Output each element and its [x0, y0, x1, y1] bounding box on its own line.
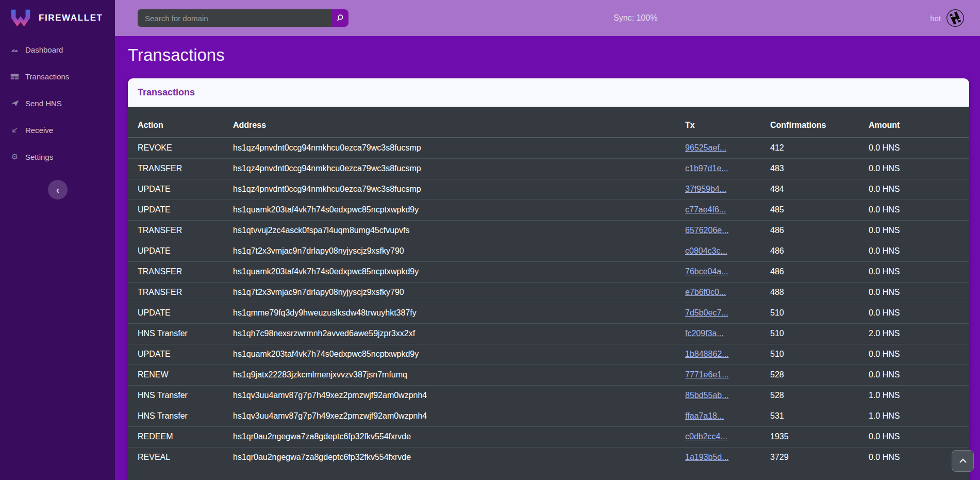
tx-cell: ffaa7a18...	[685, 406, 770, 427]
tx-link[interactable]: 7771e6e1...	[685, 370, 729, 379]
action-cell: TRANSFER	[128, 283, 233, 303]
column-header-action: Action	[128, 107, 233, 138]
address-cell: hs1q7t2x3vmjac9n7drlapy08nyjyscjz9xsfky7…	[233, 283, 685, 303]
column-header-tx: Tx	[685, 107, 770, 138]
handshake-logo-icon[interactable]	[946, 9, 965, 27]
arrow-down-left-icon	[10, 126, 20, 134]
paper-plane-icon	[10, 99, 20, 107]
tx-link[interactable]: c77ae4f6...	[685, 205, 726, 214]
amount-cell: 0.0 HNS	[869, 221, 969, 241]
action-cell: UPDATE	[128, 179, 233, 200]
tx-link[interactable]: 76bce04a...	[685, 267, 728, 276]
address-cell: hs1qh7c98nexsrzwrmnh2avved6awe59jzpr3xx2…	[233, 324, 685, 344]
table-row: HNS Transferhs1qv3uu4amv87g7p7h49xez2pmz…	[128, 406, 969, 427]
action-cell: UPDATE	[128, 344, 233, 365]
confirmations-cell: 1935	[770, 427, 869, 448]
brand: FIREWALLET	[0, 0, 115, 36]
action-cell: HNS Transfer	[128, 324, 233, 344]
sidebar-item-receive[interactable]: Receive	[0, 117, 115, 143]
sidebar-item-dashboard[interactable]: Dashboard	[0, 36, 115, 63]
topbar: Sync: 100% hot	[115, 0, 980, 36]
tx-link[interactable]: e7b6f0c0...	[685, 288, 726, 296]
scroll-to-top-button[interactable]	[952, 450, 974, 472]
card-header: Transactions	[128, 78, 969, 107]
action-cell: RENEW	[128, 365, 233, 386]
confirmations-cell: 510	[770, 324, 869, 344]
tx-cell: 6576206e...	[685, 221, 770, 241]
address-cell: hs1qr0au2ngegwa7za8gdeptc6fp32fkv554fxrv…	[233, 448, 685, 468]
amount-cell: 0.0 HNS	[869, 200, 969, 221]
gear-icon: ⚙	[10, 152, 20, 161]
table-row: TRANSFERhs1q7t2x3vmjac9n7drlapy08nyjyscj…	[128, 283, 969, 303]
confirmations-cell: 483	[770, 159, 869, 179]
amount-cell: 0.0 HNS	[869, 365, 969, 386]
tx-link[interactable]: 96525aef...	[685, 143, 726, 152]
search-input[interactable]	[138, 9, 331, 27]
table-row: UPDATEhs1q7t2x3vmjac9n7drlapy08nyjyscjz9…	[128, 241, 969, 262]
confirmations-cell: 528	[770, 386, 869, 406]
table-row: RENEWhs1q9jatx22283jzkcmlrnenjxvvzv387js…	[128, 365, 969, 386]
tx-link[interactable]: 7d5b0ec7...	[685, 308, 728, 317]
tx-link[interactable]: 1a193b5d...	[685, 453, 729, 461]
sidebar-item-transactions[interactable]: Transactions	[0, 63, 115, 90]
tx-link[interactable]: c0804c3c...	[685, 246, 727, 255]
tx-cell: c0804c3c...	[685, 241, 770, 262]
tx-link[interactable]: 37f959b4...	[685, 185, 726, 193]
address-cell: hs1qr0au2ngegwa7za8gdeptc6fp32fkv554fxrv…	[233, 427, 685, 448]
sidebar-item-settings[interactable]: ⚙ Settings	[0, 143, 115, 170]
address-cell: hs1qtvvuj2zc4asck0fspa7l4uqm8umg45cfvupv…	[233, 221, 685, 241]
action-cell: REDEEM	[128, 427, 233, 448]
column-header-confirmations: Confirmations	[770, 107, 869, 138]
tx-cell: 1a193b5d...	[685, 448, 770, 468]
sidebar-item-label: Receive	[25, 126, 53, 135]
address-cell: hs1qz4pnvdnt0ccg94nmkhcu0ezca79wc3s8fucs…	[233, 159, 685, 179]
confirmations-cell: 528	[770, 365, 869, 386]
confirmations-cell: 485	[770, 200, 869, 221]
sidebar-collapse-button[interactable]: ‹	[48, 180, 68, 200]
action-cell: UPDATE	[128, 241, 233, 262]
confirmations-cell: 412	[770, 138, 869, 159]
tx-cell: 76bce04a...	[685, 262, 770, 283]
amount-cell: 1.0 HNS	[869, 406, 969, 427]
tx-link[interactable]: 85bd55ab...	[685, 391, 729, 400]
table-row: UPDATEhs1qz4pnvdnt0ccg94nmkhcu0ezca79wc3…	[128, 179, 969, 200]
amount-cell: 0.0 HNS	[869, 179, 969, 200]
tx-cell: 37f959b4...	[685, 179, 770, 200]
confirmations-cell: 3729	[770, 448, 869, 468]
amount-cell: 0.0 HNS	[869, 303, 969, 324]
transactions-tbody: REVOKEhs1qz4pnvdnt0ccg94nmkhcu0ezca79wc3…	[128, 138, 969, 468]
confirmations-cell: 510	[770, 344, 869, 365]
sidebar-item-label: Transactions	[25, 72, 69, 81]
confirmations-cell: 488	[770, 283, 869, 303]
confirmations-cell: 510	[770, 303, 869, 324]
search-button[interactable]	[331, 9, 348, 27]
brand-name: FIREWALLET	[39, 13, 103, 23]
table-icon	[10, 72, 20, 81]
confirmations-cell: 486	[770, 241, 869, 262]
sidebar-item-label: Dashboard	[25, 45, 63, 54]
amount-cell: 0.0 HNS	[869, 427, 969, 448]
address-cell: hs1qv3uu4amv87g7p7h49xez2pmzwjf92am0wzpn…	[233, 406, 685, 427]
tx-link[interactable]: ffaa7a18...	[685, 411, 724, 420]
tx-link[interactable]: 6576206e...	[685, 226, 729, 235]
transactions-table: Action Address Tx Confirmations Amount R…	[128, 107, 969, 468]
wallet-name-label: hot	[930, 14, 941, 23]
sidebar-item-send-hns[interactable]: Send HNS	[0, 90, 115, 117]
chevron-up-icon	[959, 458, 967, 464]
chevron-left-icon: ‹	[56, 185, 60, 195]
tx-link[interactable]: fc209f3a...	[685, 329, 724, 338]
action-cell: TRANSFER	[128, 262, 233, 283]
address-cell: hs1q9jatx22283jzkcmlrnenjxvvzv387jsn7mfu…	[233, 365, 685, 386]
table-row: REDEEMhs1qr0au2ngegwa7za8gdeptc6fp32fkv5…	[128, 427, 969, 448]
card-header-title: Transactions	[138, 87, 195, 98]
amount-cell: 0.0 HNS	[869, 344, 969, 365]
address-cell: hs1qv3uu4amv87g7p7h49xez2pmzwjf92am0wzpn…	[233, 386, 685, 406]
tx-link[interactable]: c1b97d1e...	[685, 164, 728, 173]
tx-link[interactable]: c0db2cc4...	[685, 432, 727, 441]
address-cell: hs1quamk203taf4vk7h74s0edxpwc85ncptxwpkd…	[233, 200, 685, 221]
column-header-address: Address	[233, 107, 685, 138]
tx-cell: fc209f3a...	[685, 324, 770, 344]
table-row: TRANSFERhs1qtvvuj2zc4asck0fspa7l4uqm8umg…	[128, 221, 969, 241]
tx-link[interactable]: 1b848862...	[685, 350, 729, 358]
domain-search	[138, 9, 348, 27]
